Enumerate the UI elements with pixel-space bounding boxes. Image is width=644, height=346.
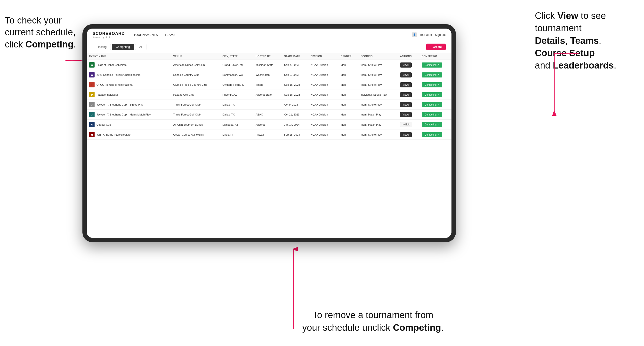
cell-city-state: Sammamish, WA xyxy=(220,70,253,80)
cell-division: NCAA Division I xyxy=(308,130,338,140)
team-logo: I xyxy=(89,82,94,87)
cell-city-state: Olympia Fields, IL xyxy=(220,80,253,90)
edit-button[interactable]: ✏ Edit xyxy=(400,122,412,127)
table-row: W 2023 Sahalee Players Championship Saha… xyxy=(87,70,452,80)
competing-button[interactable]: Competing ✓ xyxy=(422,92,442,97)
team-logo: J xyxy=(89,102,94,107)
col-event-name: EVENT NAME xyxy=(87,53,171,60)
table-row: I OFCC Fighting Illini Invitational Olym… xyxy=(87,80,452,90)
cell-scoring: team, Match Play xyxy=(358,110,398,120)
event-name: Jackson T. Stephens Cup – Men's Match Pl… xyxy=(96,113,150,116)
col-city-state: CITY, STATE xyxy=(220,53,253,60)
annotation-bottom-text: To remove a tournament from your schedul… xyxy=(302,310,444,333)
view-button[interactable]: View ℹ xyxy=(400,62,412,68)
cell-gender: Men xyxy=(338,110,358,120)
col-start-date: START DATE xyxy=(282,53,308,60)
view-button[interactable]: View ℹ xyxy=(400,92,412,97)
navbar: SCOREBOARD Powered by clippi TOURNAMENTS… xyxy=(87,28,452,41)
table-row: H John A. Burns Intercollegiate Ocean Co… xyxy=(87,130,452,140)
cell-division: NCAA Division I xyxy=(308,110,338,120)
tablet-screen: SCOREBOARD Powered by clippi TOURNAMENTS… xyxy=(87,28,452,238)
team-logo: J xyxy=(89,112,94,117)
event-name-cell: J Jackson T. Stephens Cup – Men's Match … xyxy=(87,110,171,120)
competing-button[interactable]: Competing ✓ xyxy=(422,132,442,137)
cell-hosted-by: Michigan State xyxy=(253,60,282,70)
competing-button[interactable]: Competing ✓ xyxy=(422,72,442,77)
event-name-cell: G Folds of Honor Collegiate xyxy=(87,60,171,70)
navbar-brand: SCOREBOARD Powered by clippi xyxy=(92,31,125,38)
filter-bar: Hosting Competing All + Create xyxy=(87,41,452,53)
cell-gender: Men xyxy=(338,90,358,100)
cell-start-date: Oct 11, 2023 xyxy=(282,110,308,120)
filter-tabs: Hosting Competing All xyxy=(92,44,146,50)
annotation-tr-text: Click View to see tournament Details, Te… xyxy=(535,11,616,70)
col-gender: GENDER xyxy=(338,53,358,60)
competing-cell: Competing ✓ xyxy=(419,80,452,90)
tab-hosting[interactable]: Hosting xyxy=(92,44,111,50)
table-container: EVENT NAME VENUE CITY, STATE HOSTED BY S… xyxy=(87,53,452,238)
create-button[interactable]: + Create xyxy=(426,44,446,50)
nav-tournaments[interactable]: TOURNAMENTS xyxy=(134,32,158,37)
table-row: P Papago Individual Papago Golf ClubPhoe… xyxy=(87,90,452,100)
actions-cell: View ℹ xyxy=(398,80,419,90)
cell-start-date: Oct 9, 2023 xyxy=(282,100,308,110)
cell-scoring: team, Stroke Play xyxy=(358,70,398,80)
table-row: J Jackson T. Stephens Cup – Men's Match … xyxy=(87,110,452,120)
cell-hosted-by: Hawaii xyxy=(253,130,282,140)
tab-competing[interactable]: Competing xyxy=(112,44,134,50)
user-icon: 👤 xyxy=(412,32,417,37)
cell-city-state: Maricopa, AZ xyxy=(220,120,253,130)
event-name: Copper Cup xyxy=(96,123,111,126)
col-competing: COMPETING xyxy=(419,53,452,60)
cell-venue: American Dunes Golf Club xyxy=(171,60,220,70)
actions-cell: View ℹ xyxy=(398,70,419,80)
team-logo: A xyxy=(89,122,94,127)
cell-hosted-by: Arizona State xyxy=(253,90,282,100)
view-button[interactable]: View ℹ xyxy=(400,102,412,107)
view-button[interactable]: View ℹ xyxy=(400,82,412,87)
nav-teams[interactable]: TEAMS xyxy=(165,32,176,37)
competing-button[interactable]: Competing ✓ xyxy=(422,122,442,127)
event-name: Jackson T. Stephens Cup – Stroke Play xyxy=(96,103,143,106)
cell-venue: Olympia Fields Country Club xyxy=(171,80,220,90)
col-hosted-by: HOSTED BY xyxy=(253,53,282,60)
event-name-cell: W 2023 Sahalee Players Championship xyxy=(87,70,171,80)
competing-cell: Competing ✓ xyxy=(419,130,452,140)
competing-button[interactable]: Competing ✓ xyxy=(422,62,442,68)
view-button[interactable]: View ℹ xyxy=(400,132,412,137)
cell-venue: Ak-Chin Southern Dunes xyxy=(171,120,220,130)
team-logo: G xyxy=(89,62,94,68)
view-button[interactable]: View ℹ xyxy=(400,112,412,117)
navbar-links: TOURNAMENTS TEAMS xyxy=(134,32,412,37)
annotation-top-right: Click View to see tournament Details, Te… xyxy=(535,10,637,72)
cell-scoring: team, Stroke Play xyxy=(358,130,398,140)
competing-button[interactable]: Competing ✓ xyxy=(422,82,442,87)
cell-start-date: Sep 9, 2023 xyxy=(282,70,308,80)
sign-out-link[interactable]: Sign out xyxy=(435,33,446,36)
view-button[interactable]: View ℹ xyxy=(400,72,412,77)
actions-cell: View ℹ xyxy=(398,90,419,100)
table-row: G Folds of Honor Collegiate American Dun… xyxy=(87,60,452,70)
actions-cell: View ℹ xyxy=(398,100,419,110)
brand-title: SCOREBOARD xyxy=(92,31,125,36)
actions-cell: View ℹ xyxy=(398,110,419,120)
cell-venue: Trinity Forest Golf Club xyxy=(171,100,220,110)
cell-division: NCAA Division I xyxy=(308,60,338,70)
cell-start-date: Jan 14, 2024 xyxy=(282,120,308,130)
cell-venue: Papago Golf Club xyxy=(171,90,220,100)
event-name-cell: A Copper Cup xyxy=(87,120,171,130)
cell-city-state: Grand Haven, MI xyxy=(220,60,253,70)
competing-button[interactable]: Competing ✓ xyxy=(422,102,442,107)
annotation-bottom: To remove a tournament from your schedul… xyxy=(288,309,458,334)
cell-division: NCAA Division I xyxy=(308,80,338,90)
actions-cell: View ℹ xyxy=(398,60,419,70)
event-name: OFCC Fighting Illini Invitational xyxy=(96,83,133,86)
cell-scoring: team, Stroke Play xyxy=(358,100,398,110)
competing-button[interactable]: Competing ✓ xyxy=(422,112,442,117)
tab-all[interactable]: All xyxy=(135,44,146,50)
tablet-device: SCOREBOARD Powered by clippi TOURNAMENTS… xyxy=(82,24,456,242)
cell-scoring: team, Match Play xyxy=(358,120,398,130)
cell-city-state: Phoenix, AZ xyxy=(220,90,253,100)
cell-gender: Men xyxy=(338,60,358,70)
cell-gender: Men xyxy=(338,100,358,110)
